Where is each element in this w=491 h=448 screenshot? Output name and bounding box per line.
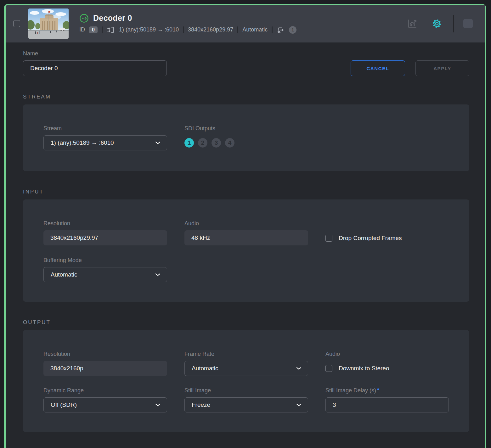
buffering-mode-group: Buffering Mode Automatic: [43, 257, 167, 282]
stream-select-group: Stream 1) (any):50189 → :6010: [43, 125, 167, 150]
stream-card: Stream 1) (any):50189 → :6010 SDI Output…: [23, 104, 469, 171]
gear-icon: [431, 18, 443, 29]
thumbnail-scene: [28, 8, 69, 39]
decoder-select-checkbox[interactable]: [13, 20, 20, 27]
name-input[interactable]: [23, 60, 167, 76]
sdi-output-1[interactable]: 1: [184, 138, 194, 148]
drop-corrupted-label[interactable]: Drop Corrupted Frames: [339, 235, 402, 242]
output-route-icon: [277, 26, 285, 34]
sdi-output-3[interactable]: 3: [212, 138, 221, 148]
header-divider: [453, 15, 454, 32]
output-resolution-label: Resolution: [43, 351, 167, 357]
stop-button[interactable]: [463, 19, 473, 28]
sdi-output-4[interactable]: 4: [225, 138, 234, 148]
decoder-header: Decoder 0 ID 0 1) (any):50189 → :6010 38…: [6, 5, 485, 42]
id-badge: 0: [89, 26, 98, 33]
sdi-outputs-label: SDI Outputs: [184, 125, 308, 132]
buffering-mode-value: Automatic: [51, 271, 77, 278]
cancel-button[interactable]: CANCEL: [351, 60, 405, 76]
input-audio-value: 48 kHz: [184, 230, 308, 245]
chevron-down-icon: [155, 141, 161, 145]
still-image-value: Freeze: [192, 401, 210, 408]
statistics-button[interactable]: [407, 18, 418, 29]
chart-icon: [407, 18, 418, 29]
meta-divider: [237, 26, 238, 33]
decoder-settings-panel: Decoder 0 ID 0 1) (any):50189 → :6010 38…: [4, 4, 486, 448]
meta-divider: [102, 26, 103, 33]
chevron-down-icon: [155, 403, 161, 407]
decoder-form: Name CANCEL APPLY STREAM Stream 1) (any)…: [6, 42, 485, 432]
meta-divider: [272, 26, 273, 33]
stream-input-icon: [107, 26, 115, 34]
input-audio-label: Audio: [184, 220, 308, 227]
modified-indicator-dot: •: [377, 387, 379, 391]
buffering-mode-label: Buffering Mode: [43, 257, 167, 264]
decoder-title-block: Decoder 0 ID 0 1) (any):50189 → :6010 38…: [79, 14, 296, 34]
drop-corrupted-group: Drop Corrupted Frames: [325, 220, 449, 246]
dynamic-range-label: Dynamic Range: [43, 387, 167, 394]
still-image-label: Still Image: [184, 387, 308, 394]
input-resolution-label: Resolution: [43, 220, 167, 227]
output-resolution-value: 3840x2160p: [43, 361, 167, 376]
apply-button[interactable]: APPLY: [415, 60, 469, 76]
stream-label: Stream: [43, 125, 167, 132]
downmix-stereo-label[interactable]: Downmix to Stereo: [339, 365, 389, 372]
meta-divider: [183, 26, 184, 33]
name-label: Name: [23, 50, 167, 57]
chevron-down-icon: [155, 273, 161, 277]
form-actions: CANCEL APPLY: [351, 60, 469, 76]
meta-mode: Automatic: [242, 26, 268, 33]
decoder-meta: ID 0 1) (any):50189 → :6010 3840x2160p29…: [79, 26, 296, 34]
input-audio-group: Audio 48 kHz: [184, 220, 308, 246]
output-section-title: OUTPUT: [23, 319, 469, 326]
page-title: Decoder 0: [93, 14, 132, 23]
video-thumbnail[interactable]: [28, 8, 69, 39]
dynamic-range-group: Dynamic Range Off (SDR): [43, 387, 167, 412]
input-section-title: INPUT: [23, 189, 469, 195]
id-label: ID: [79, 26, 85, 33]
output-count-badge: 1: [289, 26, 296, 34]
frame-rate-value: Automatic: [192, 365, 218, 372]
still-delay-label: Still Image Delay (s): [325, 387, 376, 394]
output-resolution-group: Resolution 3840x2160p: [43, 351, 167, 376]
still-image-select[interactable]: Freeze: [184, 397, 308, 412]
output-audio-group: Audio Downmix to Stereo: [325, 351, 449, 376]
stream-select-value: 1) (any):50189 → :6010: [51, 139, 114, 146]
dynamic-range-value: Off (SDR): [51, 401, 77, 408]
output-card: Resolution 3840x2160p Frame Rate Automat…: [23, 330, 469, 432]
dynamic-range-select[interactable]: Off (SDR): [43, 397, 167, 412]
drop-corrupted-checkbox[interactable]: [325, 235, 332, 242]
sdi-outputs-group: SDI Outputs 1 2 3 4: [184, 125, 308, 150]
sdi-output-2[interactable]: 2: [198, 138, 207, 148]
input-resolution-group: Resolution 3840x2160p29.97: [43, 220, 167, 246]
input-resolution-value: 3840x2160p29.97: [43, 230, 167, 245]
decoder-status-icon: [79, 14, 89, 23]
downmix-stereo-checkbox[interactable]: [325, 365, 332, 372]
still-delay-input[interactable]: [325, 397, 449, 412]
frame-rate-select[interactable]: Automatic: [184, 361, 308, 376]
stream-select[interactable]: 1) (any):50189 → :6010: [43, 135, 167, 150]
chevron-down-icon: [296, 403, 302, 407]
header-actions: [407, 15, 477, 32]
input-card: Resolution 3840x2160p29.97 Audio 48 kHz …: [23, 199, 469, 302]
output-audio-label: Audio: [325, 351, 449, 357]
stream-section-title: STREAM: [23, 94, 469, 100]
frame-rate-group: Frame Rate Automatic: [184, 351, 308, 376]
meta-stream: 1) (any):50189 → :6010: [119, 26, 179, 33]
still-delay-group: Still Image Delay (s) •: [325, 387, 449, 412]
still-image-group: Still Image Freeze: [184, 387, 308, 412]
frame-rate-label: Frame Rate: [184, 351, 308, 357]
settings-button[interactable]: [431, 18, 443, 29]
chevron-down-icon: [296, 367, 302, 370]
meta-resolution: 3840x2160p29.97: [188, 26, 233, 33]
name-field-group: Name: [23, 50, 167, 76]
buffering-mode-select[interactable]: Automatic: [43, 267, 167, 282]
